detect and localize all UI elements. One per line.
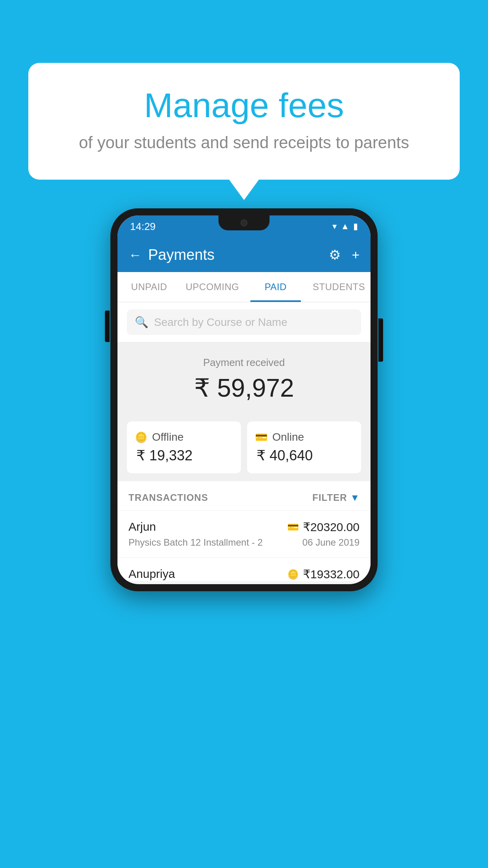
battery-icon: ▮ xyxy=(353,221,358,232)
online-card-header: 💳 Online xyxy=(255,431,353,443)
speech-bubble: Manage fees of your students and send re… xyxy=(28,63,460,180)
transaction-name-1: Arjun xyxy=(128,520,156,533)
search-icon: 🔍 xyxy=(135,316,149,329)
status-time: 14:29 xyxy=(130,221,156,233)
header-right: ⚙ + xyxy=(329,247,360,263)
bubble-title: Manage fees xyxy=(60,86,428,125)
filter-container[interactable]: FILTER ▼ xyxy=(312,492,360,503)
payment-received-label: Payment received xyxy=(127,357,361,369)
notch-camera xyxy=(240,219,248,226)
add-icon[interactable]: + xyxy=(352,247,360,263)
transaction-name-2: Anupriya xyxy=(128,567,175,581)
tabs-container: UNPAID UPCOMING PAID STUDENTS xyxy=(117,272,371,302)
transaction-date-1: 06 June 2019 xyxy=(303,537,360,548)
transaction-method-icon-2: 🪙 xyxy=(287,569,299,580)
status-bar: 14:29 ▾ ▲ ▮ xyxy=(117,215,371,237)
offline-payment-card: 🪙 Offline ₹ 19,332 xyxy=(127,421,241,473)
notch xyxy=(218,215,270,230)
transaction-amount-container-1: 💳 ₹20320.00 xyxy=(287,520,360,534)
transaction-amount-container-2: 🪙 ₹19332.00 xyxy=(287,567,360,581)
tab-students[interactable]: STUDENTS xyxy=(307,272,371,302)
filter-label: FILTER xyxy=(312,492,347,503)
transaction-main-2: Anupriya 🪙 ₹19332.00 xyxy=(128,567,360,581)
header-title: Payments xyxy=(148,246,215,263)
transactions-header: TRANSACTIONS FILTER ▼ xyxy=(117,481,371,510)
payment-received-amount: ₹ 59,972 xyxy=(127,373,361,403)
transaction-row-2[interactable]: Anupriya 🪙 ₹19332.00 xyxy=(117,557,371,581)
phone-container: 14:29 ▾ ▲ ▮ ← Payments ⚙ + xyxy=(110,208,378,591)
tab-paid[interactable]: PAID xyxy=(244,272,307,302)
transaction-main-1: Arjun 💳 ₹20320.00 xyxy=(128,520,360,534)
online-label: Online xyxy=(272,431,304,443)
online-amount: ₹ 40,640 xyxy=(255,447,353,464)
phone-frame: 14:29 ▾ ▲ ▮ ← Payments ⚙ + xyxy=(110,208,378,591)
transaction-row-1[interactable]: Arjun 💳 ₹20320.00 Physics Batch 12 Insta… xyxy=(117,510,371,557)
online-icon: 💳 xyxy=(255,431,268,443)
phone-screen: 14:29 ▾ ▲ ▮ ← Payments ⚙ + xyxy=(117,215,371,584)
settings-icon[interactable]: ⚙ xyxy=(329,247,341,263)
bubble-subtitle: of your students and send receipts to pa… xyxy=(60,133,428,152)
transaction-amount-2: ₹19332.00 xyxy=(303,567,360,581)
speech-bubble-container: Manage fees of your students and send re… xyxy=(28,63,460,180)
offline-icon: 🪙 xyxy=(135,431,147,443)
tab-unpaid[interactable]: UNPAID xyxy=(117,272,181,302)
offline-amount: ₹ 19,332 xyxy=(135,447,233,464)
transactions-label: TRANSACTIONS xyxy=(128,492,208,503)
payment-cards: 🪙 Offline ₹ 19,332 💳 Online ₹ 40,640 xyxy=(117,414,371,481)
status-icons: ▾ ▲ ▮ xyxy=(332,221,358,232)
search-bar[interactable]: 🔍 Search by Course or Name xyxy=(127,309,361,335)
payment-summary: Payment received ₹ 59,972 xyxy=(117,342,371,414)
tab-upcoming[interactable]: UPCOMING xyxy=(181,272,244,302)
header-left: ← Payments xyxy=(128,246,215,263)
signal-icon: ▲ xyxy=(341,221,349,232)
transaction-sub-1: Physics Batch 12 Installment - 2 06 June… xyxy=(128,537,360,548)
back-button[interactable]: ← xyxy=(128,247,142,263)
search-input[interactable]: Search by Course or Name xyxy=(154,316,287,329)
online-payment-card: 💳 Online ₹ 40,640 xyxy=(247,421,361,473)
transaction-course-1: Physics Batch 12 Installment - 2 xyxy=(128,537,262,548)
transaction-amount-1: ₹20320.00 xyxy=(303,520,360,534)
app-header: ← Payments ⚙ + xyxy=(117,237,371,272)
search-container: 🔍 Search by Course or Name xyxy=(117,302,371,342)
offline-card-header: 🪙 Offline xyxy=(135,431,233,443)
filter-icon: ▼ xyxy=(350,492,360,503)
offline-label: Offline xyxy=(152,431,183,443)
wifi-icon: ▾ xyxy=(332,221,337,232)
transaction-method-icon-1: 💳 xyxy=(287,522,299,533)
